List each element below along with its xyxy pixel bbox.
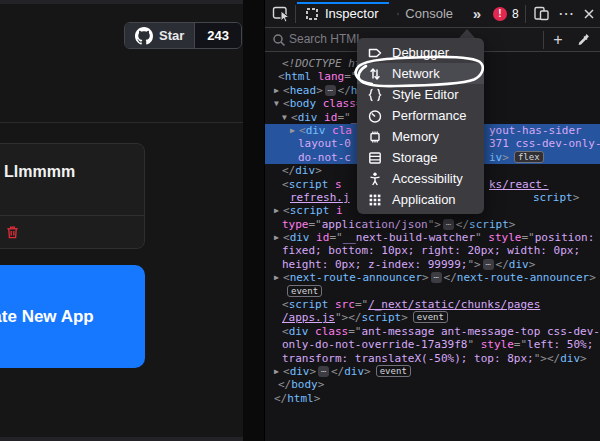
badge: ⋯ bbox=[318, 366, 329, 377]
code-token: script bbox=[469, 218, 509, 231]
pick-element-button[interactable] bbox=[269, 0, 293, 27]
error-badge-icon: ! bbox=[493, 7, 507, 21]
code-token: layout-0 bbox=[298, 137, 351, 150]
markup-line-fragment: ks/react- bbox=[489, 178, 549, 191]
code-token: yout-has-sider bbox=[489, 124, 582, 137]
error-count-button[interactable]: ! 8 bbox=[493, 0, 519, 27]
github-star-button[interactable]: Star 243 bbox=[124, 22, 242, 49]
add-node-button[interactable]: + bbox=[547, 28, 569, 51]
window-gap bbox=[243, 0, 264, 441]
toolbar-separator bbox=[525, 5, 526, 23]
markup-line-fragment: script> bbox=[533, 191, 579, 204]
markup-line[interactable]: only-do-not-override-17a39f8" style="lef… bbox=[265, 338, 600, 351]
markup-line[interactable]: /apps.js"></script>event bbox=[265, 311, 600, 324]
menu-item-label: Debugger bbox=[392, 45, 449, 60]
menu-item-label: Application bbox=[392, 192, 456, 207]
markup-line[interactable]: </body> bbox=[265, 378, 600, 391]
twisty-icon[interactable]: ▶ bbox=[274, 365, 283, 378]
code-token: script bbox=[289, 178, 329, 191]
code-token: " bbox=[475, 231, 482, 244]
code-token: div bbox=[344, 365, 364, 378]
web-page: Star 243 Llmmmm Create New App bbox=[0, 0, 243, 441]
code-token: script bbox=[533, 191, 573, 204]
markup-line[interactable]: transform: translateX(-50%); top: 8px;">… bbox=[265, 352, 600, 365]
code-token: > bbox=[509, 218, 516, 231]
code-token: class bbox=[309, 325, 349, 338]
error-count-value: 8 bbox=[512, 7, 519, 21]
pick-element-icon bbox=[272, 5, 291, 23]
code-token: > bbox=[580, 352, 587, 365]
menu-item-memory[interactable]: Memory bbox=[357, 126, 484, 147]
code-token: i bbox=[329, 204, 342, 217]
markup-line[interactable]: ▶<next-route-announcer>⋯</next-route-ann… bbox=[265, 271, 600, 284]
menu-item-debugger[interactable]: Debugger bbox=[357, 42, 484, 63]
console-icon bbox=[397, 7, 399, 21]
responsive-design-mode-button[interactable] bbox=[529, 0, 553, 27]
code-token: </ bbox=[338, 84, 351, 97]
markup-line[interactable]: ▶<div id="__next-build-watcher" style="p… bbox=[265, 231, 600, 244]
menu-item-application[interactable]: Application bbox=[357, 189, 484, 210]
menu-item-accessibility[interactable]: Accessibility bbox=[357, 168, 484, 189]
code-token: =" bbox=[355, 298, 368, 311]
github-star-count[interactable]: 243 bbox=[195, 23, 241, 48]
trash-icon bbox=[5, 225, 20, 240]
markup-line[interactable]: ▶<div>⋯</div>event bbox=[265, 365, 600, 378]
code-token: body bbox=[290, 97, 317, 110]
code-token: next-route-announcer bbox=[457, 271, 589, 284]
code-token: > bbox=[573, 191, 580, 204]
search-separator bbox=[543, 31, 544, 49]
twisty-icon[interactable]: ▶ bbox=[274, 231, 283, 244]
menu-item-storage[interactable]: Storage bbox=[357, 147, 484, 168]
code-token: > bbox=[364, 365, 371, 378]
code-token: div bbox=[306, 124, 326, 137]
code-token: iv bbox=[489, 151, 502, 164]
code-token: body bbox=[291, 378, 318, 391]
twisty-icon[interactable]: ▼ bbox=[282, 111, 291, 124]
code-token: < bbox=[283, 97, 290, 110]
code-token: "></ bbox=[335, 311, 362, 324]
debugger-icon bbox=[367, 45, 383, 61]
badge: ⋯ bbox=[483, 259, 494, 270]
app-card[interactable]: Llmmmm bbox=[0, 143, 145, 249]
twisty-icon[interactable]: ▶ bbox=[290, 124, 299, 137]
inspector-icon bbox=[305, 7, 319, 21]
markup-line[interactable]: </html> bbox=[265, 392, 600, 405]
eyedropper-button[interactable] bbox=[571, 28, 595, 51]
twisty-icon[interactable]: ▼ bbox=[274, 97, 283, 110]
badge: event bbox=[413, 311, 448, 323]
devtools-panels-menu: Debugger Network Style Editor Performanc… bbox=[357, 38, 484, 214]
code-token: < bbox=[283, 84, 290, 97]
markup-line[interactable]: <div class="ant-message ant-message-top … bbox=[265, 325, 600, 338]
markup-line[interactable]: type="application/json">⋯</script> bbox=[265, 218, 600, 231]
code-token: ant-message ant-message-top css-dev- bbox=[362, 325, 600, 338]
twisty-icon[interactable]: ▶ bbox=[274, 271, 283, 284]
markup-line[interactable]: <script src="/_next/static/chunks/pages bbox=[265, 298, 600, 311]
menu-item-label: Performance bbox=[392, 108, 466, 123]
markup-line[interactable]: event bbox=[265, 285, 600, 298]
menu-item-performance[interactable]: Performance bbox=[357, 105, 484, 126]
code-token: > bbox=[310, 365, 317, 378]
create-new-app-button[interactable]: Create New App bbox=[0, 265, 145, 368]
menu-item-style-editor[interactable]: Style Editor bbox=[357, 84, 484, 105]
tab-inspector[interactable]: Inspector bbox=[297, 0, 389, 27]
markup-line[interactable]: height: 0px; z-index: 99999;">⋯</div> bbox=[265, 258, 600, 271]
menu-item-label: Style Editor bbox=[392, 87, 458, 102]
meatball-menu-button[interactable]: ⋯ bbox=[555, 0, 577, 27]
tab-console[interactable]: Console bbox=[389, 0, 461, 27]
more-tabs-button[interactable]: » bbox=[463, 0, 489, 27]
network-icon bbox=[367, 66, 383, 82]
twisty-icon[interactable]: ▶ bbox=[274, 84, 283, 97]
close-devtools-button[interactable] bbox=[578, 0, 600, 27]
code-token: > bbox=[529, 258, 536, 271]
code-token: html bbox=[287, 392, 314, 405]
delete-app-button[interactable] bbox=[3, 223, 21, 241]
twisty-icon[interactable]: ▶ bbox=[274, 204, 283, 217]
code-token: =" bbox=[329, 231, 342, 244]
code-token: </ bbox=[456, 218, 469, 231]
markup-line[interactable]: fixed; bottom: 10px; right: 20px; width:… bbox=[265, 244, 600, 257]
menu-item-network[interactable]: Network bbox=[357, 63, 484, 84]
code-token: src bbox=[328, 298, 355, 311]
menu-item-label: Memory bbox=[392, 129, 439, 144]
code-token: > bbox=[318, 378, 325, 391]
tab-inspector-label: Inspector bbox=[325, 6, 378, 21]
